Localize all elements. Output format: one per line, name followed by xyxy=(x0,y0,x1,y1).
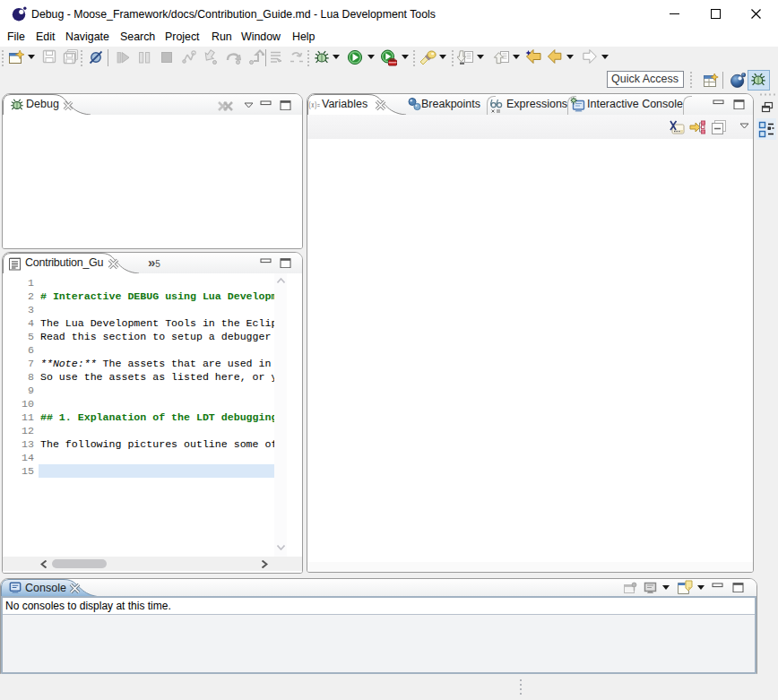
svg-text:(x)=: (x)= xyxy=(308,101,320,110)
